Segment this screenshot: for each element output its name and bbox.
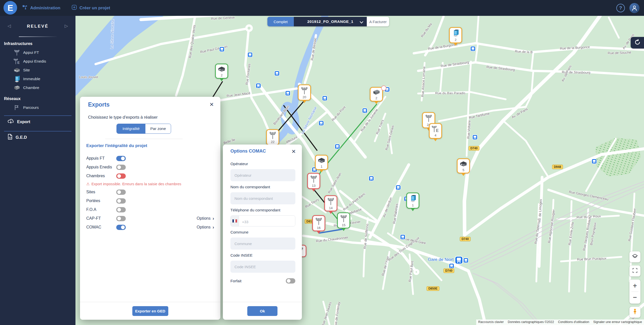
toggle-on[interactable]	[116, 173, 126, 179]
comac-fields: OpérateurNom du correspondantTéléphone d…	[230, 158, 295, 284]
sidebar-item-appui-enedis[interactable]: EAppui Enedis	[0, 57, 75, 66]
marker-number: 2	[221, 74, 222, 77]
map-marker-site-2[interactable]: 2	[215, 64, 228, 79]
map-marker-immeuble-1[interactable]: 1	[406, 193, 419, 209]
chevron-right-icon: ›	[213, 216, 214, 221]
map-marker-chambre-2[interactable]: 2	[370, 87, 383, 102]
toggle-on[interactable]	[116, 225, 126, 230]
exports-modal: Exports ✕ Choisissez le type d'exports à…	[80, 97, 220, 320]
create-project-button[interactable]: Créer un projet	[71, 5, 110, 11]
close-icon[interactable]: ✕	[291, 149, 296, 154]
map-marker-pole-14[interactable]: 14	[324, 195, 337, 211]
toggle-off[interactable]	[116, 216, 126, 221]
nom-du-correspondant-input[interactable]	[230, 192, 295, 204]
marker-pointer	[411, 208, 415, 211]
marker-status-badge	[381, 85, 386, 91]
train-station-icon	[455, 257, 462, 264]
chambre-icon	[13, 85, 21, 90]
sidebar-item-site[interactable]: Site	[0, 66, 75, 74]
export-toggle-list: Appuis FTAppuis EnedisChambres⚠Export im…	[86, 155, 214, 233]
zoom-in-button[interactable]: +	[633, 281, 637, 291]
map-marker-site-5[interactable]: 5	[457, 158, 470, 173]
export-label: Export	[17, 119, 30, 124]
road-shield: D740	[469, 146, 479, 151]
bus-stop-icon	[275, 71, 279, 76]
segment-integralite[interactable]: Intégralité	[117, 124, 145, 133]
segment-par-zone[interactable]: Par zone	[145, 124, 171, 133]
export-row-comac: COMACOptions›	[86, 224, 214, 230]
map-marker-site-1[interactable]: 1	[315, 155, 328, 170]
sidebar-item-export[interactable]: Export	[8, 116, 75, 127]
comac-field-code-insee: Code INSEE	[230, 253, 295, 273]
admin-menu-button[interactable]: Administration	[22, 5, 60, 11]
panel-underline	[19, 36, 57, 37]
site-icon	[217, 66, 226, 74]
mode-complet-button[interactable]: Complet	[267, 17, 294, 26]
export-row-f-o-a: F.O.A	[86, 206, 214, 213]
fullscreen-button[interactable]	[629, 265, 640, 276]
comac-field-commune: Commune	[230, 230, 295, 250]
toggle-off[interactable]	[116, 190, 126, 195]
export-row-appuis-enedis: Appuis Enedis	[86, 164, 214, 170]
map-marker-immeuble-2[interactable]: 2	[449, 27, 462, 43]
close-icon[interactable]: ✕	[209, 102, 214, 107]
project-dropdown[interactable]: 201912_FO_ORANGE_1	[294, 17, 367, 26]
toggle-off[interactable]	[116, 198, 126, 204]
map-marker-pole-e-4[interactable]: E4	[429, 123, 442, 139]
street-label: Louis Jouvet	[79, 75, 98, 79]
options-link[interactable]: Options›	[197, 216, 214, 221]
fullscreen-icon	[632, 268, 638, 274]
map-marker-pole-13[interactable]: 13	[307, 173, 320, 189]
options-link[interactable]: Options›	[197, 225, 214, 229]
ok-button[interactable]: Ok	[247, 306, 277, 316]
sidebar-item-parcours[interactable]: Parcours	[0, 103, 75, 112]
panel-next-arrow[interactable]: ▷	[65, 23, 68, 29]
help-icon[interactable]: ?	[616, 4, 625, 12]
pegman-button[interactable]	[629, 307, 640, 318]
keyboard-shortcuts-link[interactable]: Raccourcis clavier	[476, 319, 506, 325]
sidebar-item-appui-ft[interactable]: Appui FT	[0, 48, 75, 57]
refresh-button[interactable]	[631, 37, 644, 49]
flag-icon	[13, 105, 21, 111]
sidebar-item-label: Appui Enedis	[23, 59, 46, 64]
project-name: 201912_FO_ORANGE_1	[307, 19, 353, 24]
map-marker-pole-20[interactable]: 20	[298, 84, 311, 101]
options-label: Options	[197, 225, 211, 229]
sidebar-item-ged[interactable]: G.E.D	[8, 131, 75, 143]
marker-number: 5	[462, 168, 464, 172]
zoom-out-button[interactable]: −	[633, 292, 637, 303]
op-rateur-input[interactable]	[230, 169, 295, 181]
phone-input[interactable]	[239, 216, 295, 226]
code-insee-input[interactable]	[230, 261, 295, 273]
avatar[interactable]	[629, 3, 639, 13]
bus-stop-icon	[256, 83, 261, 88]
export-row-label: Sites	[86, 190, 116, 194]
app-logo[interactable]: E	[4, 1, 17, 15]
export-ged-button[interactable]: Exporter en GED	[132, 306, 168, 316]
commune-input[interactable]	[230, 238, 295, 250]
toggle-off[interactable]	[116, 207, 126, 212]
toggle-on[interactable]	[116, 156, 126, 161]
marker-pointer	[312, 189, 316, 192]
layers-icon	[632, 253, 638, 261]
bus-stop-icon	[473, 135, 477, 140]
map-marker-pole-16[interactable]: 16	[312, 215, 325, 231]
divider	[631, 292, 638, 292]
marker-pointer	[342, 228, 346, 231]
forfait-toggle[interactable]	[286, 278, 295, 284]
report-error-link[interactable]: Signaler une erreur cartographique	[591, 319, 644, 325]
toggle-off[interactable]	[116, 165, 126, 170]
sidebar-item-chambre[interactable]: Chambre	[0, 83, 75, 92]
billing-filter-button[interactable]: A Facturer	[367, 17, 389, 26]
layers-button[interactable]	[629, 251, 640, 262]
marker-pointer	[454, 43, 458, 46]
sidebar-item-immeuble[interactable]: Immeuble	[0, 74, 75, 83]
terms-link[interactable]: Conditions d'utilisation	[556, 319, 591, 325]
country-flag-box[interactable]	[231, 216, 239, 226]
sidebar-item-label: Parcours	[23, 105, 39, 110]
marker-pointer	[329, 211, 333, 214]
export-warning: ⚠Export impossible. Erreurs dans la sais…	[86, 181, 214, 187]
map-marker-pole-22[interactable]: 22	[266, 129, 279, 145]
map-data-copyright: Données cartographiques ©2022	[506, 319, 556, 325]
map-marker-pole-15[interactable]: 15	[337, 212, 350, 228]
